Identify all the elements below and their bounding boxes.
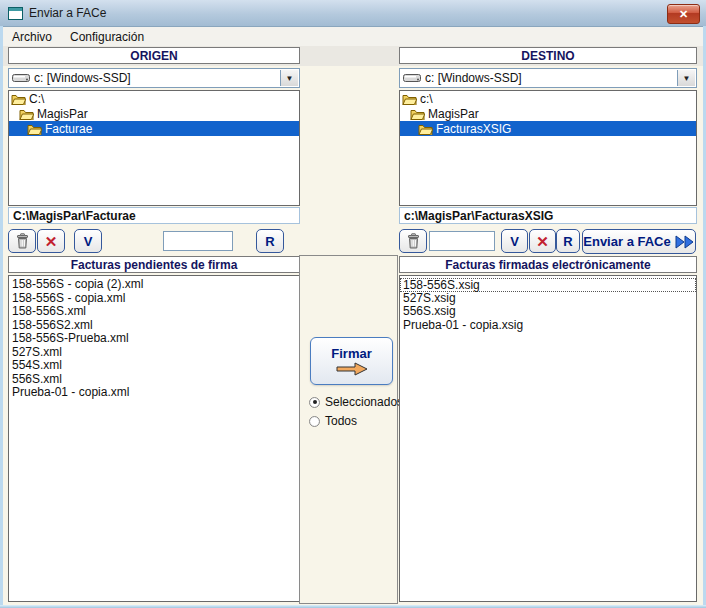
origen-dir-list[interactable]: C:\ MagisPar Facturae xyxy=(8,90,300,206)
dir-label: FacturasXSIG xyxy=(436,122,511,136)
dir-label: MagisPar xyxy=(428,107,479,121)
destino-r-button[interactable]: R xyxy=(556,229,580,253)
menu-configuracion[interactable]: Configuración xyxy=(61,28,153,46)
folder-open-icon xyxy=(11,93,26,105)
menu-bar: Archivo Configuración xyxy=(3,27,703,46)
file-item[interactable]: 158-556S - copia (2).xml xyxy=(9,278,299,292)
destino-drive-value: c: [Windows-SSD] xyxy=(425,71,522,85)
enviar-face-button[interactable]: Enviar a FACe xyxy=(582,229,696,254)
dir-item[interactable]: c:\ xyxy=(400,91,696,106)
dir-label: C:\ xyxy=(29,92,44,106)
trash-icon xyxy=(406,233,421,249)
file-item[interactable]: 158-556S-Prueba.xml xyxy=(9,332,299,346)
radio-todos[interactable]: Todos xyxy=(309,414,357,428)
dir-item[interactable]: MagisPar xyxy=(400,106,696,121)
file-item[interactable]: 158-556S.xml xyxy=(9,305,299,319)
close-button[interactable]: ✕ xyxy=(667,4,700,24)
dir-item[interactable]: C:\ xyxy=(9,91,299,106)
folder-open-icon xyxy=(418,123,433,135)
radio-unselected-icon xyxy=(309,416,320,427)
dir-item-selected[interactable]: Facturae xyxy=(9,121,299,136)
origen-clear-button[interactable]: ✕ xyxy=(37,229,65,253)
chevron-down-icon[interactable]: ▼ xyxy=(280,70,298,86)
app-icon xyxy=(8,7,23,20)
origen-file-list[interactable]: 158-556S - copia (2).xml 158-556S - copi… xyxy=(8,275,300,602)
folder-open-icon xyxy=(27,123,42,135)
destino-clear-button[interactable]: ✕ xyxy=(529,229,556,253)
dir-label: c:\ xyxy=(420,92,433,106)
drive-icon xyxy=(403,73,421,83)
window-title: Enviar a FACe xyxy=(29,6,106,20)
arrow-right-icon xyxy=(335,361,369,377)
double-chevron-right-icon xyxy=(675,235,695,249)
file-item[interactable]: 556S.xml xyxy=(9,373,299,387)
origen-drive-combo[interactable]: c: [Windows-SSD] ▼ xyxy=(8,68,300,88)
title-bar[interactable]: Enviar a FACe ✕ xyxy=(0,0,706,27)
destino-file-list[interactable]: 158-556S.xsig 527S.xsig 556S.xsig Prueba… xyxy=(399,275,697,602)
file-item[interactable]: 554S.xml xyxy=(9,359,299,373)
trash-icon xyxy=(15,233,30,249)
origen-list-header: Facturas pendientes de firma xyxy=(8,256,300,273)
file-item[interactable]: 527S.xsig xyxy=(400,292,696,306)
folder-open-icon xyxy=(402,93,417,105)
destino-list-header: Facturas firmadas electrónicamente xyxy=(399,256,697,273)
file-item[interactable]: 158-556S2.xml xyxy=(9,319,299,333)
file-item[interactable]: Prueba-01 - copia.xsig xyxy=(400,319,696,333)
origen-filter-input[interactable] xyxy=(163,231,233,251)
dir-label: MagisPar xyxy=(37,107,88,121)
firmar-label: Firmar xyxy=(331,346,371,361)
destino-v-button[interactable]: V xyxy=(501,229,528,253)
origen-v-button[interactable]: V xyxy=(74,229,102,253)
origen-delete-button[interactable] xyxy=(8,229,36,253)
destino-drive-combo[interactable]: c: [Windows-SSD] ▼ xyxy=(399,68,697,88)
dir-item-selected[interactable]: FacturasXSIG xyxy=(400,121,696,136)
destino-header: DESTINO xyxy=(399,47,697,64)
origen-drive-value: c: [Windows-SSD] xyxy=(34,71,131,85)
radio-label: Seleccionados xyxy=(325,395,403,409)
origen-r-button[interactable]: R xyxy=(256,229,284,253)
file-item[interactable]: 556S.xsig xyxy=(400,305,696,319)
window-border-left xyxy=(0,26,3,608)
firmar-button[interactable]: Firmar xyxy=(310,337,393,385)
destino-path: c:\MagisPar\FacturasXSIG xyxy=(399,207,697,224)
radio-seleccionados[interactable]: Seleccionados xyxy=(309,395,403,409)
file-item[interactable]: 527S.xml xyxy=(9,346,299,360)
radio-selected-icon xyxy=(309,397,320,408)
radio-label: Todos xyxy=(325,414,357,428)
folder-open-icon xyxy=(410,108,425,120)
drive-icon xyxy=(12,73,30,83)
folder-open-icon xyxy=(19,108,34,120)
dir-item[interactable]: MagisPar xyxy=(9,106,299,121)
destino-delete-button[interactable] xyxy=(399,229,427,253)
file-item-focused[interactable]: 158-556S.xsig xyxy=(400,278,696,292)
file-item[interactable]: Prueba-01 - copia.xml xyxy=(9,386,299,400)
origen-header: ORIGEN xyxy=(8,47,300,64)
app-window: Enviar a FACe ✕ Archivo Configuración OR… xyxy=(0,0,706,608)
middle-panel: Firmar Seleccionados Todos xyxy=(299,255,398,604)
destino-filter-input[interactable] xyxy=(429,231,495,251)
file-item[interactable]: 158-556S - copia.xml xyxy=(9,292,299,306)
dir-label: Facturae xyxy=(45,122,92,136)
chevron-down-icon[interactable]: ▼ xyxy=(677,70,695,86)
destino-dir-list[interactable]: c:\ MagisPar FacturasXSIG xyxy=(399,90,697,206)
close-icon: ✕ xyxy=(679,8,688,21)
origen-path: C:\MagisPar\Facturae xyxy=(8,207,300,224)
red-x-icon: ✕ xyxy=(536,234,549,249)
red-x-icon: ✕ xyxy=(45,234,58,249)
enviar-face-label: Enviar a FACe xyxy=(583,234,670,249)
menu-archivo[interactable]: Archivo xyxy=(3,28,61,46)
